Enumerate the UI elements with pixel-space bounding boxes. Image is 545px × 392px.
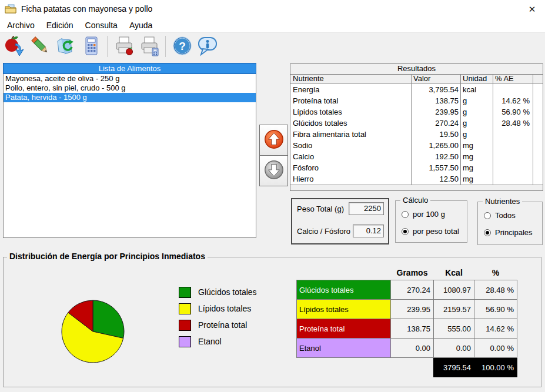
distribution-row-label: Proteína total (297, 319, 391, 339)
svg-text:?: ? (179, 40, 186, 52)
help-button[interactable]: ? (169, 34, 195, 59)
move-down-button[interactable] (259, 155, 288, 186)
distribution-grams-cell: 239.95 (391, 300, 434, 319)
print-food-button[interactable] (111, 34, 136, 59)
results-cell: kcal (460, 84, 493, 95)
results-row: Hierro12.50mg (290, 173, 543, 185)
results-cell: Calcio (290, 151, 411, 162)
distribution-total-row: 3795.54100.00 % (297, 358, 517, 377)
distribution-total-spacer (297, 358, 434, 377)
calcio-fosforo-field[interactable]: 0.12 (353, 225, 384, 237)
results-column-header: % AE (495, 75, 514, 83)
add-food-button[interactable] (2, 34, 28, 59)
results-row: Fósforo1,557.50mg (290, 162, 543, 173)
info-button[interactable] (195, 34, 220, 59)
results-cell: mg (460, 140, 493, 151)
results-cell (493, 140, 533, 151)
distribution-grams-cell: 0.00 (391, 339, 434, 358)
nutrientes-radio-option[interactable]: Principales (484, 224, 541, 241)
title-bar: Ficha patatas con mayonesa y pollo ✕ (0, 0, 545, 18)
close-button[interactable]: ✕ (519, 0, 545, 18)
radio-selected-icon (484, 229, 491, 236)
toolbar-separator (107, 36, 108, 57)
food-list-item[interactable]: Mayonesa, aceite de oliva - 250 g (4, 74, 256, 83)
distribution-grams-cell: 270.24 (391, 280, 434, 300)
menu-item-1[interactable]: Edición (41, 21, 79, 30)
radio-option-label: Todos (495, 211, 516, 220)
pie-chart (56, 294, 130, 368)
application-window: Ficha patatas con mayonesa y pollo ✕ Arc… (0, 0, 545, 392)
distribution-title: Distribución de Energía por Principios I… (7, 252, 208, 261)
print-food-icon (112, 34, 136, 59)
menu-bar: ArchivoEdiciónConsultaAyuda (0, 18, 545, 33)
print-calc-button[interactable] (136, 34, 162, 59)
window-title: Ficha patatas con mayonesa y pollo (21, 4, 152, 14)
distribution-row-label: Etanol (297, 339, 391, 358)
results-cell: 3,795.54 (411, 84, 460, 95)
calculator-icon (79, 34, 103, 59)
results-column-header: Valor (413, 75, 430, 83)
calcio-fosforo-label: Calcio / Fósforo (297, 227, 350, 236)
column-separator (533, 74, 533, 185)
distribution-column-header: Kcal (434, 266, 474, 280)
results-cell: Hierro (290, 173, 411, 185)
legend-label: Glúcidos totales (198, 287, 257, 297)
move-up-button[interactable] (259, 125, 288, 156)
results-cell (493, 151, 533, 162)
clear-list-button[interactable] (53, 34, 78, 59)
distribution-row: Glúcidos totales270.241080.9728.48 % (297, 280, 517, 300)
results-row: Lípidos totales239.95g56.90 % (290, 106, 543, 118)
results-panel: Resultados Nutriente Valor Unidad % AE E… (290, 63, 543, 191)
food-list-item[interactable]: Patata, hervida - 1500 g (4, 93, 256, 102)
calculo-radio-option[interactable]: por peso total (402, 223, 466, 240)
results-cell: mg (460, 151, 493, 162)
distribution-row: Etanol0.000.000.00 % (297, 339, 517, 358)
nutrientes-group-label: Nutrientes (483, 197, 522, 206)
calculo-group-label: Cálculo (400, 196, 430, 205)
results-cell: Proteína total (290, 95, 411, 106)
legend-swatch (179, 320, 191, 331)
results-cell: g (460, 95, 493, 106)
calculo-group: Cálculo por 100 gpor peso total (395, 200, 467, 243)
radio-option-label: Principales (495, 228, 533, 237)
results-cell: 1,557.50 (411, 162, 460, 173)
results-cell: 12.50 (411, 173, 460, 185)
calculator-button[interactable] (78, 34, 103, 59)
distribution-row: Proteína total138.75555.0014.62 % (297, 319, 517, 339)
legend-item: Lípidos totales (179, 300, 257, 317)
distribution-group: Distribución de Energía por Principios I… (3, 257, 541, 387)
nutrientes-radio-option[interactable]: Todos (484, 207, 541, 224)
results-body: Energía3,795.54kcalProteína total138.75g… (290, 84, 543, 185)
distribution-row-label: Glúcidos totales (297, 280, 391, 300)
calculo-radio-option[interactable]: por 100 g (402, 206, 466, 223)
results-cell: 56.90 % (493, 106, 533, 118)
results-row: Calcio192.50mg (290, 151, 543, 162)
food-list[interactable]: Mayonesa, aceite de oliva - 250 gPollo, … (3, 74, 256, 238)
menu-item-3[interactable]: Ayuda (123, 21, 158, 30)
help-icon: ? (170, 34, 194, 59)
print-calc-icon (138, 34, 161, 59)
food-list-header: Lista de Alimentos (3, 63, 256, 74)
results-cell: 138.75 (411, 95, 460, 106)
results-column-header: Unidad (463, 75, 487, 83)
results-cell: Sodio (290, 140, 411, 151)
pie-legend: Glúcidos totalesLípidos totalesProteína … (179, 284, 257, 350)
nutrientes-options: TodosPrincipales (484, 207, 541, 241)
results-cell (493, 173, 533, 185)
results-cell: 1,265.00 (411, 140, 460, 151)
peso-total-field[interactable]: 2250 (349, 202, 384, 215)
menu-item-2[interactable]: Consulta (79, 21, 123, 30)
distribution-header-spacer (297, 266, 391, 280)
menu-item-0[interactable]: Archivo (1, 21, 41, 30)
distribution-table-body: GramosKcal%Glúcidos totales270.241080.97… (297, 266, 517, 377)
arrow-down-icon (263, 159, 285, 183)
distribution-kcal-cell: 0.00 (434, 339, 474, 358)
food-list-item[interactable]: Pollo, entero, sin piel, crudo - 500 g (4, 83, 256, 93)
results-cell: Lípidos totales (290, 106, 411, 118)
radio-unselected-icon (402, 211, 409, 218)
distribution-kcal-cell: 1080.97 (434, 280, 474, 300)
results-cell: mg (460, 162, 493, 173)
edit-button[interactable] (28, 34, 53, 59)
results-cell: Fósforo (290, 162, 411, 173)
results-cell: g (460, 129, 493, 140)
